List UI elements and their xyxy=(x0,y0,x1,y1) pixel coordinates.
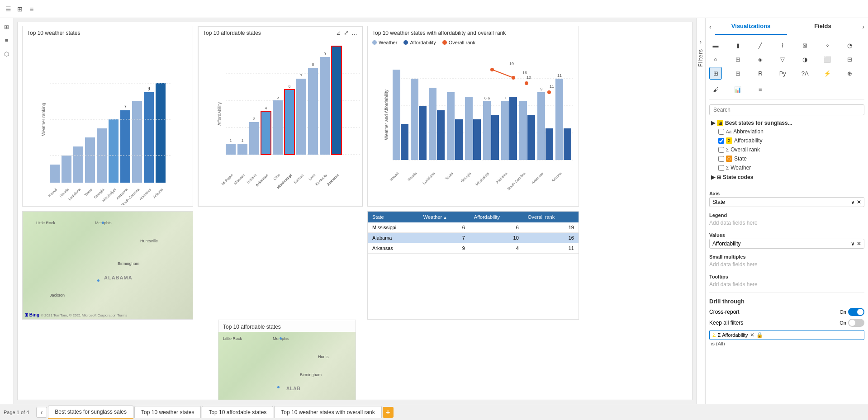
svg-text:6: 6 xyxy=(288,84,290,89)
svg-text:11: 11 xyxy=(557,73,562,78)
legend-prop-label: Legend xyxy=(709,211,864,219)
more-icon[interactable]: … xyxy=(351,29,357,36)
field-state-check[interactable] xyxy=(718,156,724,162)
values-expand-icon[interactable]: ∨ xyxy=(851,241,855,247)
viz-r[interactable]: R xyxy=(754,67,767,80)
viz-gauge[interactable]: ◑ xyxy=(799,53,811,66)
col-weather[interactable]: Weather xyxy=(419,212,470,222)
filter-lock-icon[interactable]: 🔒 xyxy=(756,332,763,338)
field-affordability-check[interactable] xyxy=(718,138,724,144)
viz-custom[interactable]: ⊕ xyxy=(844,67,856,80)
filters-label: Filters xyxy=(697,49,704,67)
field-abbreviation-check[interactable] xyxy=(718,129,724,135)
viz-kpi[interactable]: ⊟ xyxy=(844,53,856,66)
list-icon[interactable]: ≡ xyxy=(27,5,36,14)
map-chart-2[interactable]: Top 10 affordable states Little Rock Mem… xyxy=(218,320,356,400)
right-panel-forward-arrow[interactable]: › xyxy=(859,18,868,35)
table-row[interactable]: Mississippi 6 6 19 xyxy=(368,222,579,233)
dataset-name: Best states for sunglass... xyxy=(725,120,792,126)
viz-format-paint[interactable]: 🖌 xyxy=(709,83,722,96)
viz-pie[interactable]: ◔ xyxy=(844,39,856,52)
fields-search-input[interactable] xyxy=(709,104,864,115)
viz-card[interactable]: ⬜ xyxy=(821,53,834,66)
tab-visualizations[interactable]: Visualizations xyxy=(715,18,787,35)
bottom-bar: Page 1 of 4 ‹ Best states for sunglass s… xyxy=(0,404,868,420)
viz-ribbon[interactable]: ⊠ xyxy=(799,39,811,52)
grid-icon[interactable]: ⊞ xyxy=(15,5,24,14)
tooltips-placeholder[interactable]: Add data fields here xyxy=(709,280,864,288)
bar-mississippi xyxy=(109,119,119,183)
right-panel-back-arrow[interactable]: ‹ xyxy=(706,18,715,35)
viz-analytics[interactable]: 📊 xyxy=(731,83,744,96)
keep-filters-toggle[interactable] xyxy=(848,319,864,327)
viz-column[interactable]: ▮ xyxy=(731,39,744,52)
affordability-filter-tag[interactable]: Σ Σ Affordability ✕ 🔒 xyxy=(709,330,864,340)
data-table-panel[interactable]: State Weather Affordability Overall rank… xyxy=(367,211,579,320)
svg-text:Missouri: Missouri xyxy=(233,173,246,186)
field-state[interactable]: ⬡ State xyxy=(709,154,864,163)
filter-icon[interactable]: ⊿ xyxy=(336,29,341,36)
viz-bar[interactable]: ▬ xyxy=(709,39,722,52)
svg-rect-73 xyxy=(519,101,527,160)
field-abbreviation[interactable]: Aa Abbreviation xyxy=(709,127,864,136)
svg-text:7: 7 xyxy=(504,96,506,100)
viz-line[interactable]: ╱ xyxy=(754,39,767,52)
tab-weather-states[interactable]: Top 10 weather states xyxy=(134,406,201,418)
viz-fields-icon[interactable]: ≡ xyxy=(754,83,767,96)
drill-through-section: Drill through Cross-report On Keep all f… xyxy=(709,295,864,347)
field-affordability-label: Affordability xyxy=(734,137,762,144)
field-overall-rank-check[interactable] xyxy=(718,147,724,153)
data-icon[interactable]: ≡ xyxy=(2,35,12,45)
tab-affordable-states[interactable]: Top 10 affordable states xyxy=(202,406,273,418)
map-chart-1[interactable]: Little Rock Memphis Huntsville Birmingha… xyxy=(22,211,193,320)
combined-chart[interactable]: Top 10 weather states with affordability… xyxy=(367,26,579,207)
viz-funnel[interactable]: ▽ xyxy=(776,53,789,66)
viz-smart[interactable]: ⚡ xyxy=(821,67,834,80)
viz-area[interactable]: ⌇ xyxy=(776,39,789,52)
viz-py[interactable]: Py xyxy=(776,67,789,80)
values-x-icon[interactable]: ✕ xyxy=(857,241,861,247)
cell-affordability: 6 xyxy=(470,222,523,233)
tab-best-states[interactable]: Best states for sunglass sales xyxy=(48,406,133,419)
model-icon[interactable]: ⬡ xyxy=(2,49,12,59)
report-icon[interactable]: ⊞ xyxy=(2,22,12,32)
dataset-group[interactable]: ▶ ⊞ Best states for sunglass... xyxy=(709,118,864,127)
add-tab-button[interactable]: + xyxy=(383,407,394,418)
field-overall-rank[interactable]: Σ Overall rank xyxy=(709,145,864,154)
affordable-states-chart[interactable]: Top 10 affordable states ⊿ ⤢ … Affordabi… xyxy=(198,26,363,207)
svg-text:Arizona: Arizona xyxy=(551,171,563,183)
filters-panel[interactable]: › Filters xyxy=(696,18,705,404)
expand-icon[interactable]: ⤢ xyxy=(344,29,349,36)
svg-rect-80 xyxy=(555,79,563,160)
viz-table[interactable]: ⊞ xyxy=(709,67,722,80)
values-dropdown[interactable]: Affordability ∨ ✕ xyxy=(709,239,864,249)
table-row[interactable]: Arkansas 9 4 11 xyxy=(368,243,579,254)
svg-text:Mississippi: Mississippi xyxy=(475,171,490,187)
filter-x-icon[interactable]: ✕ xyxy=(750,332,754,338)
state-codes-group[interactable]: ▶ ⊞ State codes xyxy=(709,172,864,181)
tab-fields[interactable]: Fields xyxy=(787,18,859,35)
field-weather[interactable]: Σ Weather xyxy=(709,163,864,172)
filters-collapse-arrow[interactable]: › xyxy=(700,39,702,45)
viz-donut[interactable]: ○ xyxy=(709,53,722,66)
viz-scatter[interactable]: ⁘ xyxy=(821,39,834,52)
axis-dropdown[interactable]: State ∨ ✕ xyxy=(709,197,864,207)
axis-x-icon[interactable]: ✕ xyxy=(857,199,861,205)
small-multiples-placeholder[interactable]: Add data fields here xyxy=(709,260,864,269)
cross-report-toggle[interactable] xyxy=(848,308,864,316)
viz-treemap[interactable]: ⊞ xyxy=(731,53,744,66)
field-weather-check[interactable] xyxy=(718,165,724,171)
svg-text:Texas: Texas xyxy=(84,188,93,197)
axis-expand-icon[interactable]: ∨ xyxy=(851,199,855,205)
viz-map[interactable]: ◈ xyxy=(754,53,767,66)
table-row[interactable]: Alabama 7 10 16 xyxy=(368,233,579,243)
svg-rect-69 xyxy=(501,101,509,160)
tab-weather-overall[interactable]: Top 10 weather states with overall rank xyxy=(274,406,381,418)
weather-states-chart[interactable]: Top 10 weather states Weather ranking xyxy=(22,26,193,207)
tab-prev-btn[interactable]: ‹ xyxy=(36,407,47,418)
legend-add-placeholder[interactable]: Add data fields here xyxy=(709,219,864,227)
viz-matrix[interactable]: ⊟ xyxy=(731,67,744,80)
menu-icon[interactable]: ☰ xyxy=(4,5,13,14)
field-affordability[interactable]: Σ Affordability xyxy=(709,136,864,145)
viz-qna[interactable]: ?A xyxy=(799,67,811,80)
